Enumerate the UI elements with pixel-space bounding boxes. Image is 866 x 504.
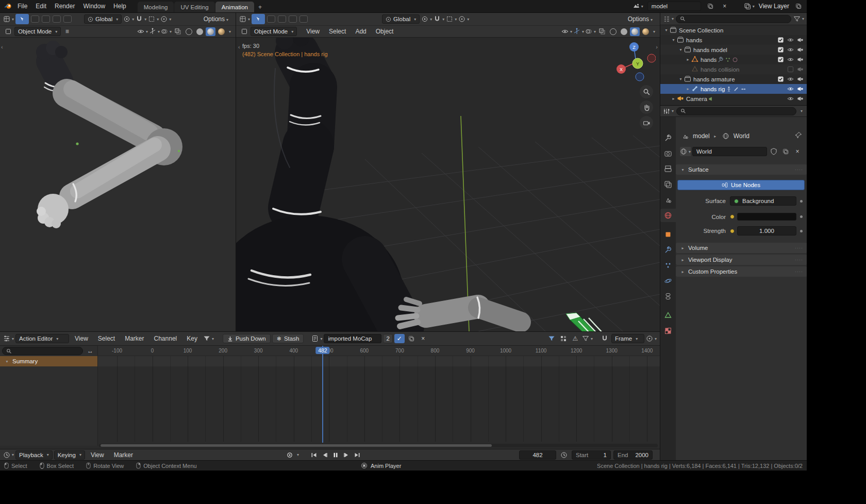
auto-keying-record-icon[interactable] (285, 450, 294, 460)
shading-dropdown-icon[interactable]: ▾ (227, 29, 232, 34)
tab-output-icon[interactable] (660, 162, 676, 176)
animate-decorator[interactable] (800, 200, 803, 203)
jump-to-end-button[interactable] (352, 450, 362, 460)
animate-decorator[interactable] (800, 230, 803, 232)
ds-timeline[interactable]: -100010020030040050060070080090010001100… (98, 346, 660, 446)
select-mode-extend-icon[interactable] (42, 15, 50, 23)
new-world-copy-icon[interactable] (780, 147, 791, 156)
shading-material-icon[interactable] (630, 27, 640, 36)
select-mode-intersect-icon[interactable] (63, 15, 72, 23)
filter-dropdown-icon[interactable] (582, 334, 593, 343)
end-frame-field[interactable]: End2000 (613, 450, 653, 460)
tab-render-icon[interactable] (660, 147, 676, 160)
current-frame-field[interactable]: 482 (519, 450, 556, 460)
view-layer-icon[interactable] (744, 2, 755, 11)
select-mode-subtract-icon[interactable] (53, 15, 61, 23)
playback-dropdown[interactable]: Playback (15, 450, 53, 460)
zoom-tool-icon[interactable] (640, 85, 653, 98)
fake-user-toggle[interactable]: ✓ (394, 334, 405, 343)
scene-crumb[interactable]: model (693, 132, 710, 140)
hide-eye-icon[interactable] (787, 86, 794, 92)
region-expand-arrow[interactable]: ‹ (238, 44, 240, 50)
exclude-checkbox[interactable] (787, 66, 794, 73)
exclude-checkbox[interactable] (777, 76, 784, 82)
menu-view[interactable]: View (87, 450, 108, 460)
ds-ruler[interactable]: -100010020030040050060070080090010001100… (98, 346, 660, 356)
transform-orientation-dropdown[interactable]: Global (84, 14, 122, 24)
menu-edit[interactable]: Edit (31, 1, 51, 11)
snap-target-icon[interactable] (148, 14, 159, 24)
surface-type-dropdown[interactable]: Background (730, 196, 796, 206)
disable-render-camera-icon[interactable] (797, 95, 804, 102)
properties-filter-dropdown-icon[interactable]: ▾ (799, 109, 804, 113)
keying-dropdown[interactable]: Keying (54, 450, 85, 460)
fake-user-shield-icon[interactable] (769, 147, 779, 156)
select-mode-new-icon[interactable] (267, 15, 275, 23)
menu-add[interactable]: Add (351, 26, 370, 37)
tab-texture-icon[interactable] (660, 324, 676, 338)
snap-magnet-icon[interactable] (136, 14, 146, 24)
hide-eye-icon[interactable] (787, 95, 794, 102)
overlays-icon[interactable] (161, 27, 172, 36)
snap-target-icon[interactable] (446, 14, 457, 24)
xray-toggle-icon[interactable] (597, 27, 607, 36)
tab-world-icon[interactable] (660, 209, 676, 222)
only-selected-filter-icon[interactable] (546, 334, 557, 343)
editor-type-icon[interactable] (663, 14, 674, 24)
disable-render-camera-icon[interactable] (797, 76, 804, 82)
disable-render-camera-icon[interactable] (797, 66, 804, 73)
add-workspace-button[interactable]: + (255, 2, 265, 12)
surface-section-header[interactable]: ▾ Surface ···· (676, 164, 807, 175)
action-name-field[interactable]: imported MoCap (324, 334, 381, 343)
push-down-button[interactable]: Push Down (223, 334, 271, 343)
unlink-scene-icon[interactable]: × (720, 2, 730, 11)
pan-hand-icon[interactable] (640, 100, 653, 114)
pivot-point-icon[interactable] (421, 14, 432, 24)
keying-set-dropdown-icon[interactable]: ▾ (295, 452, 301, 457)
unlink-action-icon[interactable]: × (418, 334, 428, 343)
editor-mode-dropdown[interactable]: Action Editor (15, 334, 69, 343)
editor-type-icon[interactable] (663, 107, 674, 116)
menu-view[interactable]: View (71, 333, 92, 344)
filter-funnel-icon[interactable] (203, 334, 214, 343)
shading-solid-icon[interactable] (619, 27, 629, 36)
select-mode-subtract-icon[interactable] (289, 15, 297, 23)
proportional-editing-icon[interactable] (160, 14, 171, 24)
shading-wireframe-icon[interactable] (184, 27, 194, 36)
browse-world-icon[interactable] (680, 147, 691, 156)
shading-rendered-icon[interactable] (216, 27, 226, 36)
browse-scene-icon[interactable] (632, 2, 643, 11)
mode-dropdown[interactable]: Object Mode (14, 27, 61, 36)
menu-view[interactable]: View (302, 26, 324, 37)
viewport-right-canvas[interactable]: ‹ › fps: 30 (482) Scene Collection | han… (236, 38, 660, 331)
navigation-gizmo[interactable]: Z X Y (612, 40, 656, 83)
previous-keyframe-button[interactable] (320, 450, 329, 460)
timeline-scrollbar[interactable] (99, 444, 658, 447)
select-mode-intersect-icon[interactable] (299, 15, 308, 23)
viewport-display-section-header[interactable]: ▸ Viewport Display ···· (676, 255, 807, 265)
world-crumb[interactable]: World (734, 132, 750, 140)
outliner-filter-icon[interactable] (793, 14, 804, 24)
new-action-icon[interactable] (406, 334, 417, 343)
armature-data-icon[interactable] (733, 86, 739, 92)
properties-search-input[interactable] (676, 107, 796, 115)
start-frame-field[interactable]: Start1 (572, 450, 611, 460)
tab-scene-icon[interactable] (660, 193, 676, 207)
xray-toggle-icon[interactable] (173, 27, 183, 36)
tab-object-icon[interactable] (660, 228, 676, 241)
select-mode-extend-icon[interactable] (278, 15, 286, 23)
world-name-field[interactable]: World (692, 147, 767, 156)
proportional-editing-icon[interactable] (646, 334, 657, 343)
viewport-left-canvas[interactable]: ‹ (0, 38, 236, 331)
menu-render[interactable]: Render (51, 1, 79, 11)
tab-modifiers-icon[interactable] (660, 243, 676, 257)
menu-window[interactable]: Window (79, 1, 109, 11)
menu-marker[interactable]: Marker (121, 333, 148, 344)
region-expand-arrow[interactable]: ‹ (1, 44, 3, 50)
jump-to-start-button[interactable] (309, 450, 319, 460)
timeline-scrollbar-thumb[interactable] (101, 444, 492, 447)
active-tool-select-box[interactable] (252, 14, 265, 24)
menu-file[interactable]: File (13, 1, 31, 11)
anim-player-indicator[interactable]: Anim Player (361, 462, 401, 469)
show-object-types-eye-icon[interactable] (561, 27, 572, 36)
